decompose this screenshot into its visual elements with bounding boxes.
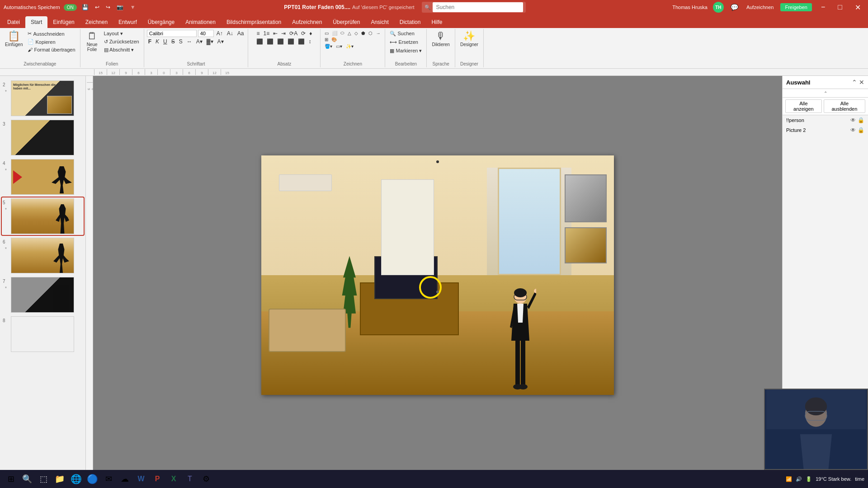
slide-item-5[interactable]: 5 * [2,197,84,235]
zuruecksetzen-btn[interactable]: ↺ Zurücksetzen [102,38,141,46]
excel-btn[interactable]: X [166,472,181,486]
shape-6-btn[interactable]: ⬡ [367,30,374,36]
layout-btn[interactable]: Layout ▾ [102,30,141,38]
ersetzen-btn[interactable]: ⟷ Ersetzen [388,38,420,46]
search-input[interactable] [433,2,523,12]
tab-datei[interactable]: Datei [2,16,25,28]
shape-tri-btn[interactable]: △ [346,30,353,36]
tab-uebergaenge[interactable]: Übergänge [142,16,180,28]
present-btn[interactable]: Aufzeichnen [745,4,775,10]
align-left-btn[interactable]: ⬛ [255,38,264,45]
screenshot-btn[interactable]: 📷 [115,4,125,11]
autosave-toggle[interactable]: ON [64,4,77,11]
word-btn[interactable]: W [134,472,148,486]
spacing-btn[interactable]: ↔ [185,38,193,45]
tab-start[interactable]: Start [25,16,47,28]
chrome-btn[interactable]: 🔵 [85,472,99,486]
panel-item-person[interactable]: !!person 👁 🔒 [783,115,868,125]
tab-animationen[interactable]: Animationen [180,16,221,28]
column-btn[interactable]: ⬛ [297,38,306,45]
slide-item-2[interactable]: 2 * Möglichen für Menschen die zu tun ha… [2,80,84,117]
smartart-btn[interactable]: ♦ [308,30,313,37]
browser-btn[interactable]: 🌐 [69,472,83,486]
redo-btn[interactable]: ↪ [104,4,112,11]
tab-ansicht[interactable]: Ansicht [365,16,394,28]
shape-5-btn[interactable]: ⬟ [360,30,367,36]
align-justify-btn[interactable]: ⬛ [286,38,296,45]
tab-hilfe[interactable]: Hilfe [426,16,448,28]
highlight-btn[interactable]: ▓▾ [205,38,215,45]
slide-item-8[interactable]: 8 [2,315,84,353]
shape-rounded-btn[interactable]: ⬜ [330,30,339,36]
font-name-input[interactable] [147,30,197,37]
close-btn[interactable]: ✕ [851,3,864,12]
teams-btn[interactable]: T [183,472,197,486]
font-size-input[interactable] [198,30,214,37]
onedrive-btn[interactable]: ☁ [118,472,132,486]
comment-btn[interactable]: 💬 [729,3,740,11]
tab-ueberpruefen[interactable]: Überprüfen [327,16,365,28]
kopieren-btn[interactable]: 📄 Kopieren [26,38,77,46]
shape-rect-btn[interactable]: ▭ [323,30,330,36]
panel-expand-btn[interactable]: ⌃ [783,91,868,96]
tab-aufzeichnen[interactable]: Aufzeichnen [287,16,327,28]
shape-4-btn[interactable]: ◇ [353,30,359,36]
font-increase-btn[interactable]: A↑ [215,30,224,37]
maximize-btn[interactable]: □ [834,3,846,11]
mail-btn[interactable]: ✉ [101,472,116,486]
indent-increase-btn[interactable]: ⇥ [280,30,287,37]
list-bullets-btn[interactable]: ≡ [255,30,261,37]
save-btn[interactable]: 💾 [80,4,90,11]
suchen-btn[interactable]: 🔍 Suchen [388,30,416,38]
tab-bildschirmpraesenation[interactable]: Bildschirmpräsentation [221,16,287,28]
ausschneiden-btn[interactable]: ✂ Ausschneiden [26,30,77,38]
neue-folie-btn[interactable]: 🗒 NeueFolie [83,30,101,53]
settings-btn[interactable]: ⚙ [199,472,213,486]
slide-item-3[interactable]: 3 [2,119,84,156]
font-bg-btn[interactable]: A▾ [216,38,225,45]
hide-all-btn[interactable]: Alle ausblenden [824,99,865,113]
clear-format-btn[interactable]: Aa [236,30,245,37]
lock-icon-picture2[interactable]: 🔒 [858,127,864,133]
tab-zeichnen[interactable]: Zeichnen [80,16,113,28]
undo-btn[interactable]: ↩ [94,4,101,11]
slide-item-7[interactable]: 7 * [2,276,84,314]
line-spacing-btn[interactable]: ↕ [307,38,312,45]
tab-einfuegen[interactable]: Einfügen [47,16,80,28]
show-all-btn[interactable]: Alle anzeigen [785,99,822,113]
bold-btn[interactable]: F [147,38,153,45]
font-decrease-btn[interactable]: A↓ [226,30,235,37]
formeffekte-btn[interactable]: ✨▾ [344,43,355,49]
slide-item-4[interactable]: 4 * [2,158,84,196]
text-direction-btn[interactable]: ⟳A [288,30,299,37]
panel-collapse-btn[interactable]: ⌃ [852,79,857,86]
underline-btn[interactable]: U [162,38,169,45]
tab-dictation[interactable]: Dictation [394,16,426,28]
diktieren-btn[interactable]: 🎙 Diktieren [429,30,452,48]
panel-item-picture2[interactable]: Picture 2 👁 🔒 [783,125,868,135]
fuelleffekt-btn[interactable]: 🪣▾ [323,43,334,49]
slide-item-6[interactable]: 6 * [2,237,84,274]
designer-ribbon-btn[interactable]: ✨ Designer [458,30,481,48]
font-color-btn[interactable]: A▾ [195,38,204,45]
minimize-btn[interactable]: − [817,3,829,11]
formkontur-btn[interactable]: ▭▾ [335,43,344,49]
strikethrough-btn[interactable]: S [170,38,176,45]
einfuegen-btn[interactable]: 📋 Einfügen [3,30,25,48]
taskview-btn[interactable]: ⬚ [36,472,51,486]
italic-btn[interactable]: K [154,38,160,45]
share-btn[interactable]: Freigeben [780,3,812,11]
eye-icon-picture2[interactable]: 👁 [850,127,856,133]
file-explorer-btn[interactable]: 📁 [52,472,67,486]
align-right-btn[interactable]: ⬛ [276,38,285,45]
shape-circle-btn[interactable]: ⬭ [339,30,346,36]
list-numbers-btn[interactable]: 1≡ [262,30,271,37]
format-uebertragen-btn[interactable]: 🖌 Format übertragen [26,46,77,53]
indent-decrease-btn[interactable]: ⇤ [272,30,279,37]
shadow-btn[interactable]: S [178,38,184,45]
panel-close-btn[interactable]: ✕ [859,79,864,86]
start-btn[interactable]: ⊞ [4,472,18,486]
powerpoint-btn[interactable]: P [150,472,165,486]
slide-canvas[interactable] [261,155,614,395]
text-convert-btn[interactable]: ⟳ [300,30,307,37]
